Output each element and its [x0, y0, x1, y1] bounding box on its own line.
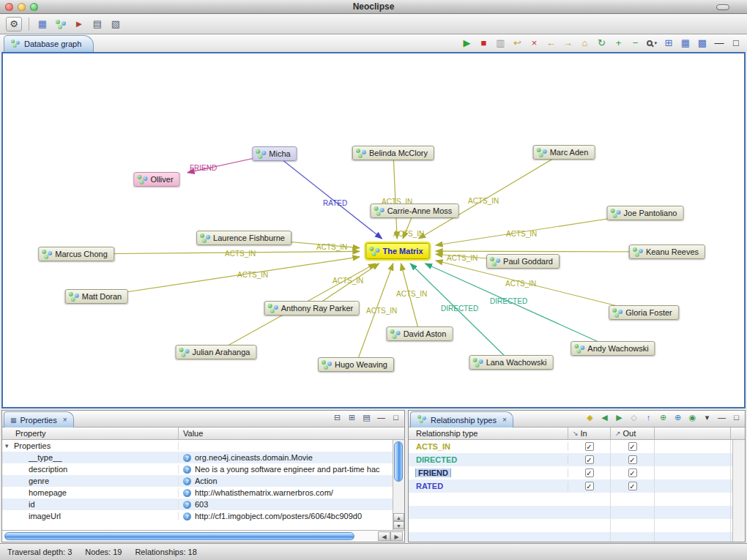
delete-icon[interactable]: ×: [527, 37, 540, 50]
clear-marks-icon[interactable]: ◇: [628, 412, 639, 423]
graph-node-anthony[interactable]: Anthony Ray Parker: [264, 301, 360, 316]
column-header-value[interactable]: Value: [179, 428, 404, 439]
table-view-icon[interactable]: ▦: [36, 18, 49, 31]
layout-tree-icon[interactable]: ▦: [679, 37, 692, 50]
mark-relationships-icon[interactable]: ◆: [584, 412, 595, 423]
graph-node-david[interactable]: David Aston: [387, 326, 453, 341]
layout-grid-icon[interactable]: ⊞: [662, 37, 675, 50]
scroll-left-button[interactable]: ◀: [378, 531, 390, 541]
property-row[interactable]: imageUrlhttp://cf1.imgobject.com/posters…: [2, 510, 393, 522]
property-type-icon: [183, 512, 191, 520]
refresh-icon[interactable]: ↻: [595, 37, 608, 50]
forward-icon[interactable]: →: [561, 37, 574, 50]
out-checkbox[interactable]: ✓: [628, 455, 637, 464]
maximize-icon[interactable]: □: [390, 412, 401, 423]
graph-node-hugo[interactable]: Hugo Weaving: [318, 357, 394, 372]
run-icon[interactable]: ▶: [460, 37, 473, 50]
column-header-in[interactable]: ↘ In: [568, 428, 611, 439]
maximize-icon[interactable]: □: [729, 37, 743, 50]
out-checkbox[interactable]: ✓: [628, 482, 637, 490]
close-icon[interactable]: ×: [63, 416, 67, 424]
in-cell: ✓: [568, 466, 611, 479]
tab-properties[interactable]: ▦ Properties ×: [4, 411, 74, 428]
scroll-right-button[interactable]: ▶: [390, 531, 403, 541]
close-icon[interactable]: ×: [502, 416, 507, 424]
revert-icon[interactable]: ↩: [510, 37, 524, 50]
graph-node-gloria[interactable]: Gloria Foster: [609, 305, 679, 320]
graph-node-olliver[interactable]: Olliver: [133, 172, 179, 187]
tab-relationship-types[interactable]: Relationship types ×: [410, 411, 513, 428]
out-checkbox[interactable]: ✓: [628, 442, 637, 451]
table-mode-icon[interactable]: ▤: [361, 412, 372, 423]
add-node-icon[interactable]: ◉: [687, 412, 698, 423]
view-menu-icon[interactable]: ▾: [702, 412, 713, 423]
property-row[interactable]: __type__org.neo4j.cineasts.domain.Movie: [2, 452, 393, 463]
horizontal-scroll-thumb[interactable]: [4, 532, 354, 540]
add-relationship-type-icon[interactable]: ⊕: [672, 412, 683, 423]
scroll-down-button[interactable]: ▼: [393, 521, 404, 529]
property-row[interactable]: genreAction: [2, 475, 393, 487]
stop-icon[interactable]: ■: [477, 37, 490, 50]
in-checkbox[interactable]: ✓: [585, 442, 594, 451]
decorate-relationships-icon[interactable]: ▤: [91, 18, 104, 31]
minimize-icon[interactable]: —: [713, 37, 726, 50]
relationship-row[interactable]: RATED✓✓: [409, 479, 732, 493]
out-checkbox[interactable]: ✓: [628, 468, 637, 477]
save-icon[interactable]: ▥: [494, 37, 507, 50]
graph-node-andy[interactable]: Andy Wachowski: [571, 341, 655, 356]
out-cell: [611, 506, 655, 519]
graph-node-keanu[interactable]: Keanu Reeves: [629, 244, 705, 259]
node-label: Carrie-Anne Moss: [387, 206, 453, 215]
column-header-property[interactable]: Property: [2, 428, 179, 439]
properties-group-row[interactable]: ▾ Properties: [2, 440, 393, 452]
minimize-icon[interactable]: —: [716, 412, 727, 423]
decrease-depth-icon[interactable]: −: [628, 37, 642, 50]
launch-icon[interactable]: ►: [73, 18, 86, 31]
graph-view-icon[interactable]: [54, 18, 67, 31]
pin-selection-icon[interactable]: ⊞: [346, 412, 357, 423]
graph-node-matrix[interactable]: The Matrix: [365, 243, 429, 259]
layout-radial-icon[interactable]: ▩: [696, 37, 709, 50]
increase-depth-icon[interactable]: +: [612, 37, 625, 50]
add-incoming-icon[interactable]: ↑: [643, 412, 654, 423]
decorate-nodes-icon[interactable]: ▧: [109, 18, 122, 31]
graph-node-laurence[interactable]: Laurence Fishburne: [196, 231, 291, 245]
vertical-scroll-thumb[interactable]: [394, 441, 403, 482]
tree-expander-icon[interactable]: ▾: [5, 442, 9, 449]
graph-node-micha[interactable]: Micha: [252, 146, 297, 161]
mark-start-nodes-icon[interactable]: ◀: [599, 412, 610, 423]
relationship-row[interactable]: FRIEND✓✓: [409, 466, 732, 479]
graph-node-lana[interactable]: Lana Wachowski: [469, 355, 554, 370]
graph-node-belinda[interactable]: Belinda McClory: [352, 146, 434, 160]
graph-node-marcaden[interactable]: Marc Aden: [533, 145, 595, 160]
minimize-icon[interactable]: —: [376, 412, 387, 423]
in-checkbox[interactable]: ✓: [585, 455, 594, 464]
tab-database-graph[interactable]: Database graph: [4, 35, 94, 52]
property-row[interactable]: descriptionNeo is a young software engin…: [2, 463, 393, 475]
property-row[interactable]: id603: [2, 499, 393, 510]
graph-node-julian[interactable]: Julian Arahanga: [176, 345, 257, 359]
property-row[interactable]: homepagehttp://whatisthematrix.warnerbro…: [2, 487, 393, 499]
back-icon[interactable]: ←: [544, 37, 557, 50]
graph-node-carrie[interactable]: Carrie-Anne Moss: [371, 204, 459, 218]
relationship-row[interactable]: ACTS_IN✓✓: [409, 440, 732, 453]
graph-node-marcus[interactable]: Marcus Chong: [38, 247, 114, 261]
scroll-up-button[interactable]: ▲: [393, 513, 404, 521]
relationship-row[interactable]: DIRECTED✓✓: [409, 453, 732, 466]
tree-mode-icon[interactable]: ⊟: [332, 412, 343, 423]
add-outgoing-icon[interactable]: ⊕: [658, 412, 669, 423]
graph-node-paul[interactable]: Paul Goddard: [486, 254, 560, 269]
preferences-icon[interactable]: ⚙: [6, 17, 22, 31]
home-icon[interactable]: ⌂: [578, 37, 591, 50]
maximize-icon[interactable]: □: [731, 412, 742, 423]
in-checkbox[interactable]: ✓: [585, 468, 594, 477]
column-header-relationship-type[interactable]: Relationship type: [409, 428, 568, 439]
graph-canvas[interactable]: FRIENDRATEDACTS_INACTS_INACTS_INACTS_INA…: [1, 52, 746, 408]
toolbar-toggle-button[interactable]: [716, 4, 729, 10]
graph-node-joe[interactable]: Joe Pantoliano: [607, 206, 684, 220]
mark-end-nodes-icon[interactable]: ▶: [614, 412, 625, 423]
in-checkbox[interactable]: ✓: [585, 482, 594, 490]
column-header-out[interactable]: ↗ Out: [611, 428, 655, 439]
zoom-icon[interactable]: ▾: [645, 37, 658, 50]
graph-node-matt[interactable]: Matt Doran: [65, 289, 128, 304]
